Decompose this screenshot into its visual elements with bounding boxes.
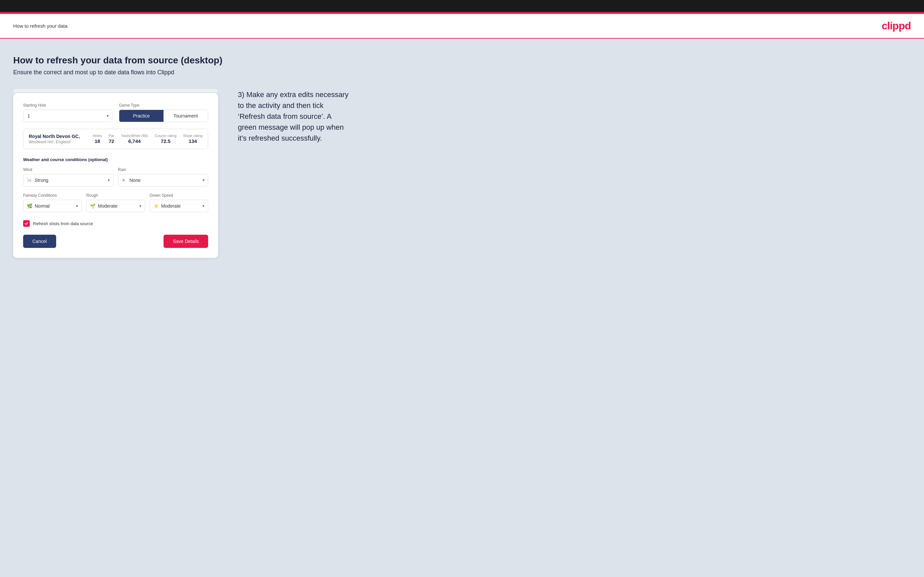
fairway-select-wrapper[interactable]: 🌿 Normal Soft Hard ▾	[23, 200, 82, 212]
page-subtitle: Ensure the correct and most up to date d…	[13, 69, 911, 76]
course-name: Royal North Devon GC,	[29, 134, 86, 139]
weather-section-title: Weather and course conditions (optional)	[23, 157, 208, 162]
rough-label: Rough	[86, 193, 145, 198]
content-area: Starting Hole 1 10 ▾ Game Type Practi	[13, 89, 911, 258]
par-label: Par	[109, 134, 114, 138]
main-content: How to refresh your data from source (de…	[0, 39, 924, 577]
wind-label: Wind	[23, 168, 113, 172]
slope-rating-label: Slope rating	[183, 134, 202, 138]
button-row: Cancel Save Details	[23, 235, 208, 248]
course-info: Royal North Devon GC, Westward Ho!, Engl…	[29, 134, 86, 144]
green-speed-group: Green Speed ⚡ Moderate Slow Fast ▾	[150, 193, 208, 212]
starting-hole-group: Starting Hole 1 10 ▾	[23, 103, 112, 122]
practice-button[interactable]: Practice	[119, 110, 163, 122]
tournament-button[interactable]: Tournament	[163, 110, 208, 122]
green-speed-select[interactable]: Moderate Slow Fast	[150, 200, 208, 212]
rain-select-wrapper[interactable]: ☀ None Light Heavy ▾	[118, 174, 208, 187]
slope-rating-value: 134	[189, 138, 197, 144]
holes-value: 18	[94, 138, 100, 144]
refresh-checkbox[interactable]	[23, 220, 30, 227]
logo: clippd	[882, 20, 911, 32]
cancel-button[interactable]: Cancel	[23, 235, 56, 248]
conditions-top-grid: Wind 🌬 Strong None Light Moderate ▾	[23, 168, 208, 187]
rough-select[interactable]: Moderate Light Heavy	[87, 200, 144, 212]
rough-select-wrapper[interactable]: 🌱 Moderate Light Heavy ▾	[86, 200, 145, 212]
form-card: Starting Hole 1 10 ▾ Game Type Practi	[13, 89, 218, 258]
starting-hole-select[interactable]: 1 10	[23, 110, 112, 122]
course-rating-value: 72.5	[161, 138, 170, 144]
rain-group: Rain ☀ None Light Heavy ▾	[118, 168, 208, 187]
green-speed-label: Green Speed	[150, 193, 208, 198]
wind-group: Wind 🌬 Strong None Light Moderate ▾	[23, 168, 113, 187]
starting-hole-label: Starting Hole	[23, 103, 112, 108]
game-type-label: Game Type	[119, 103, 208, 108]
course-row: Royal North Devon GC, Westward Ho!, Engl…	[23, 129, 208, 149]
rain-label: Rain	[118, 168, 208, 172]
course-rating-stat: Course rating 72.5	[155, 134, 176, 144]
game-type-group: Game Type Practice Tournament	[119, 103, 208, 122]
wind-select-wrapper[interactable]: 🌬 Strong None Light Moderate ▾	[23, 174, 113, 187]
conditions-bottom-grid: Fairway Conditions 🌿 Normal Soft Hard ▾	[23, 193, 208, 212]
course-rating-label: Course rating	[155, 134, 176, 138]
side-text: 3) Make any extra edits necessary to the…	[238, 89, 350, 143]
course-location: Westward Ho!, England	[29, 140, 86, 144]
yards-value: 6,744	[128, 138, 141, 144]
slope-rating-stat: Slope rating 134	[183, 134, 202, 144]
refresh-checkbox-label: Refresh shots from data source	[33, 221, 93, 226]
save-button[interactable]: Save Details	[163, 235, 208, 248]
par-value: 72	[109, 138, 114, 144]
starting-hole-select-wrapper[interactable]: 1 10 ▾	[23, 110, 112, 122]
yards-label: Yards/White (M))	[121, 134, 148, 138]
holes-label: Holes	[93, 134, 102, 138]
side-description: 3) Make any extra edits necessary to the…	[238, 89, 350, 143]
yards-stat: Yards/White (M)) 6,744	[121, 134, 148, 144]
course-stats: Holes 18 Par 72 Yards/White (M)) 6,744	[93, 134, 202, 144]
fairway-select[interactable]: Normal Soft Hard	[23, 200, 81, 212]
page-header: How to refresh your data clippd	[0, 14, 924, 39]
green-speed-select-wrapper[interactable]: ⚡ Moderate Slow Fast ▾	[150, 200, 208, 212]
page-title: How to refresh your data from source (de…	[13, 55, 911, 66]
holes-stat: Holes 18	[93, 134, 102, 144]
par-stat: Par 72	[109, 134, 114, 144]
fairway-label: Fairway Conditions	[23, 193, 82, 198]
wind-select[interactable]: Strong None Light Moderate	[23, 174, 113, 186]
game-type-buttons: Practice Tournament	[119, 110, 208, 122]
rough-group: Rough 🌱 Moderate Light Heavy ▾	[86, 193, 145, 212]
rain-select[interactable]: None Light Heavy	[118, 174, 208, 186]
refresh-checkbox-row[interactable]: Refresh shots from data source	[23, 220, 208, 227]
header-title: How to refresh your data	[13, 23, 68, 29]
fairway-group: Fairway Conditions 🌿 Normal Soft Hard ▾	[23, 193, 82, 212]
